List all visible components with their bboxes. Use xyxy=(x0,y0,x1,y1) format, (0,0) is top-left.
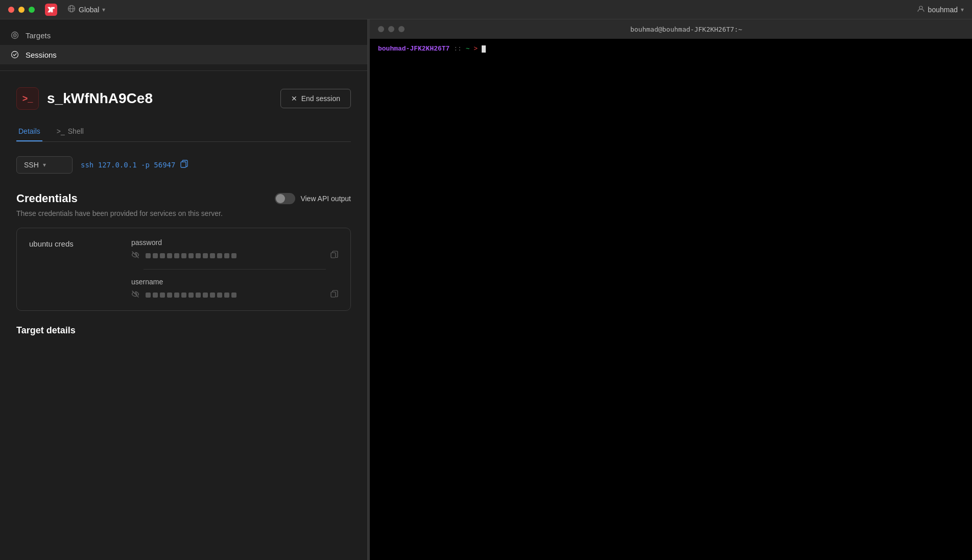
password-masked-value xyxy=(146,253,236,258)
hide-password-icon[interactable] xyxy=(131,251,139,261)
credentials-header: Credentials View API output xyxy=(16,192,351,205)
sidebar-item-sessions[interactable]: Sessions xyxy=(0,45,367,64)
session-icon-badge: >_ xyxy=(16,87,39,110)
traffic-lights xyxy=(8,7,35,13)
terminal-title: bouhmad@bouhmad-JFK2KH26T7:~ xyxy=(630,26,742,33)
terminal-light-1 xyxy=(378,26,384,32)
nav-label: Global xyxy=(79,6,99,14)
tab-details[interactable]: Details xyxy=(16,122,42,141)
terminal-titlebar: bouhmad@bouhmad-JFK2KH26T7:~ xyxy=(370,19,972,39)
ssh-command-text: ssh 127.0.0.1 -p 56947 xyxy=(81,161,175,169)
tab-shell-label: Shell xyxy=(68,127,84,135)
svg-point-7 xyxy=(14,35,15,36)
terminal-prompt-line: bouhmad-JFK2KH26T7 :: ~ > xyxy=(378,45,964,53)
target-icon xyxy=(10,31,19,40)
cred-label: ubuntu creds xyxy=(29,238,131,248)
content-area: >_ s_kWfNhA9Ce8 ✕ End session Details >_… xyxy=(0,71,367,560)
close-button[interactable] xyxy=(8,7,14,13)
end-session-label: End session xyxy=(301,94,340,103)
sidebar-item-targets-label: Targets xyxy=(26,31,51,40)
terminal-panel: bouhmad@bouhmad-JFK2KH26T7:~ bouhmad-JFK… xyxy=(370,19,972,560)
tab-shell-prefix: >_ xyxy=(57,127,65,135)
credentials-title: Credentials xyxy=(16,192,78,205)
ssh-command-display: ssh 127.0.0.1 -p 56947 xyxy=(81,159,188,171)
user-label: bouhmad xyxy=(928,6,958,14)
credentials-section: Credentials View API output These creden… xyxy=(16,192,351,336)
app-logo xyxy=(45,4,57,16)
copy-ssh-icon[interactable] xyxy=(179,159,188,171)
svg-rect-11 xyxy=(331,292,336,297)
cred-field-password: password xyxy=(131,238,338,261)
terminal-light-3 xyxy=(398,26,405,32)
user-icon xyxy=(917,5,925,14)
dropdown-chevron-icon: ▾ xyxy=(43,161,46,168)
api-output-label: View API output xyxy=(300,194,351,203)
password-field-value xyxy=(131,251,338,261)
api-output-toggle-switch[interactable] xyxy=(275,193,295,204)
username-masked-value xyxy=(146,293,236,298)
tab-shell[interactable]: >_ Shell xyxy=(55,122,86,141)
session-title: >_ s_kWfNhA9Ce8 xyxy=(16,87,153,110)
titlebar: Global ▾ bouhmad ▾ xyxy=(0,0,972,19)
svg-rect-9 xyxy=(181,162,186,167)
cred-field-username: username xyxy=(131,278,338,300)
svg-rect-10 xyxy=(331,253,336,258)
credentials-description: These credentials have been provided for… xyxy=(16,209,351,217)
minimize-button[interactable] xyxy=(18,7,25,13)
session-header: >_ s_kWfNhA9Ce8 ✕ End session xyxy=(16,87,351,110)
cred-values: password xyxy=(131,238,338,300)
username-field-label: username xyxy=(131,278,338,286)
prompt-sep2 xyxy=(469,45,473,53)
username-field-value xyxy=(131,290,338,300)
terminal-light-2 xyxy=(388,26,394,32)
prompt-sep1: :: xyxy=(449,45,465,53)
end-session-button[interactable]: ✕ End session xyxy=(280,89,351,108)
cred-row-ubuntu: ubuntu creds password xyxy=(17,228,350,310)
connection-type-dropdown[interactable]: SSH ▾ xyxy=(16,156,73,174)
chevron-down-icon: ▾ xyxy=(102,6,105,13)
ssh-section: SSH ▾ ssh 127.0.0.1 -p 56947 xyxy=(16,156,351,174)
terminal-body[interactable]: bouhmad-JFK2KH26T7 :: ~ > xyxy=(370,39,972,560)
sidebar-nav: Targets Sessions xyxy=(0,19,367,71)
main-layout: Targets Sessions >_ s xyxy=(0,19,972,560)
sidebar-item-targets[interactable]: Targets xyxy=(0,26,367,45)
session-name: s_kWfNhA9Ce8 xyxy=(47,90,153,107)
svg-point-8 xyxy=(12,52,18,58)
terminal-cursor xyxy=(482,45,486,53)
svg-point-4 xyxy=(919,6,922,9)
password-field-label: password xyxy=(131,238,338,247)
copy-username-icon[interactable] xyxy=(330,290,338,300)
user-section[interactable]: bouhmad ▾ xyxy=(917,5,964,14)
connection-type-label: SSH xyxy=(24,161,39,169)
tabs: Details >_ Shell xyxy=(16,122,351,142)
x-icon: ✕ xyxy=(291,94,297,103)
copy-password-icon[interactable] xyxy=(330,251,338,261)
global-nav[interactable]: Global ▾ xyxy=(67,5,105,14)
maximize-button[interactable] xyxy=(29,7,35,13)
prompt-arrow: > xyxy=(473,45,478,53)
target-details-title: Target details xyxy=(16,325,351,336)
prompt-host: bouhmad-JFK2KH26T7 xyxy=(378,45,449,53)
session-icon xyxy=(10,50,19,59)
globe-icon xyxy=(67,5,76,14)
prompt-tilde: ~ xyxy=(466,45,470,53)
left-panel: Targets Sessions >_ s xyxy=(0,19,368,560)
terminal-prompt-icon: >_ xyxy=(22,93,33,104)
credentials-card: ubuntu creds password xyxy=(16,228,351,311)
hide-username-icon[interactable] xyxy=(131,290,139,300)
api-output-toggle[interactable]: View API output xyxy=(275,193,351,204)
sidebar-item-sessions-label: Sessions xyxy=(26,51,57,59)
tab-details-label: Details xyxy=(18,127,40,135)
user-chevron-icon: ▾ xyxy=(961,6,964,13)
